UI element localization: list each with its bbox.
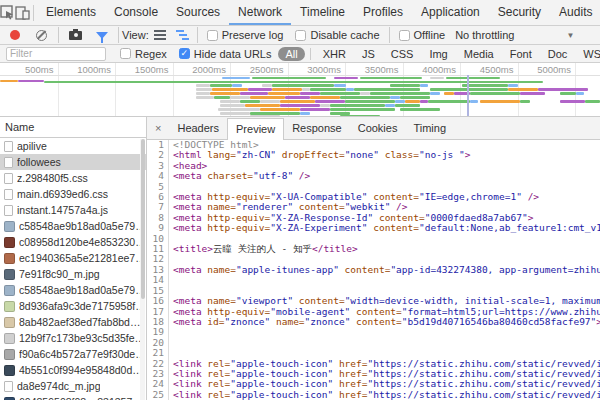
checkbox-label: Disable cache — [310, 29, 379, 41]
preview-code-view[interactable]: 1<!DOCTYPE html>2<html lang="zh-CN" drop… — [147, 140, 600, 400]
request-row[interactable]: c58548ae9b18ad0a5e79fe4e... — [0, 282, 146, 298]
waterfall-bar — [220, 112, 250, 115]
tab-sources[interactable]: Sources — [167, 0, 229, 25]
filter-funnel-icon[interactable] — [96, 32, 108, 39]
tab-application[interactable]: Application — [412, 0, 489, 25]
record-icon[interactable] — [10, 30, 20, 40]
network-main: Name apilivefolloweesz.298480f5.cssmain.… — [0, 117, 600, 400]
waterfall-bar — [196, 88, 212, 91]
filter-type-all[interactable]: All — [278, 47, 304, 61]
waterfall-bar — [345, 100, 395, 103]
filter-type-xhr[interactable]: XHR — [316, 47, 353, 61]
tab-network[interactable]: Network — [229, 0, 291, 25]
waterfall-bar — [370, 92, 430, 95]
filter-type-doc[interactable]: Doc — [541, 47, 575, 61]
inspect-element-icon[interactable] — [0, 3, 15, 23]
device-toolbar-icon[interactable] — [15, 3, 30, 23]
checkbox-box[interactable]: ✓ — [179, 48, 190, 59]
throttling-select[interactable]: No throttling ▼ — [455, 29, 574, 41]
waterfall-bar — [520, 100, 530, 103]
waterfall-bar — [210, 84, 232, 87]
name-column-header[interactable]: Name — [0, 117, 146, 138]
separator — [33, 5, 34, 21]
checkbox-box[interactable] — [120, 48, 131, 59]
regex-checkbox[interactable]: Regex — [120, 48, 167, 60]
waterfall-view-icon[interactable] — [176, 30, 189, 40]
filter-type-ws[interactable]: WS — [576, 47, 600, 61]
waterfall-bar — [250, 115, 280, 117]
checkbox-box[interactable] — [207, 30, 218, 41]
waterfall-bar — [210, 92, 240, 95]
request-row[interactable]: f90a6c4b572a77e9f30de153... — [0, 346, 146, 362]
request-row[interactable]: apilive — [0, 138, 146, 154]
hide-data-urls-checkbox[interactable]: ✓Hide data URLs — [179, 48, 272, 60]
request-row[interactable]: z.298480f5.css — [0, 170, 146, 186]
sidebar-scrollbar[interactable] — [140, 139, 145, 400]
request-row[interactable]: 7e91f8c90_m.jpg — [0, 266, 146, 282]
view-label: View: — [122, 29, 149, 41]
network-overview[interactable]: 500ms1000ms1500ms2000ms2500ms3000ms3500m… — [0, 63, 600, 117]
waterfall-bar — [280, 100, 315, 103]
request-row[interactable]: instant.14757a4a.js — [0, 202, 146, 218]
request-row[interactable]: 8ab482aef38ed7fab8bd4314... — [0, 314, 146, 330]
request-row[interactable]: 4b551c0f994e95848d0dda09... — [0, 362, 146, 378]
tick-label: 4000ms — [403, 64, 457, 75]
preserve-log-checkbox[interactable]: Preserve log — [207, 29, 284, 41]
filter-type-media[interactable]: Media — [457, 47, 501, 61]
code-line: 14 — [147, 275, 600, 285]
scrollbar-thumb[interactable] — [141, 139, 145, 299]
disable-cache-checkbox[interactable]: Disable cache — [295, 29, 379, 41]
clear-icon[interactable] — [36, 30, 47, 41]
waterfall-bar — [222, 77, 250, 79]
image-file-icon — [4, 285, 15, 296]
image-file-icon — [4, 317, 15, 328]
close-icon[interactable]: × — [147, 122, 169, 134]
tab-audits[interactable]: Audits — [550, 0, 600, 25]
waterfall-bar — [430, 88, 508, 91]
code-text: <title>云瞳 关注的人 - 知乎</title> — [169, 244, 358, 254]
detail-tab-timing[interactable]: Timing — [405, 118, 454, 139]
tab-console[interactable]: Console — [105, 0, 167, 25]
request-row[interactable]: c58548ae9b18ad0a5e79fe4e... — [0, 218, 146, 234]
waterfall-bar — [310, 96, 340, 99]
detail-tab-preview[interactable]: Preview — [227, 118, 284, 140]
request-row[interactable]: main.d6939ed6.css — [0, 186, 146, 202]
waterfall-bar — [360, 92, 370, 95]
image-file-icon — [4, 365, 15, 376]
list-view-icon[interactable] — [154, 30, 166, 40]
request-row[interactable]: 8d936afa9c3de7175958fae5... — [0, 298, 146, 314]
waterfall-bar — [220, 104, 245, 107]
request-row[interactable]: da8e974dc_m.jpg — [0, 378, 146, 394]
tab-profiles[interactable]: Profiles — [354, 0, 412, 25]
screenshot-camera-icon[interactable] — [69, 31, 82, 40]
request-row[interactable]: 604859508f08ec8313573f0e7... — [0, 394, 146, 400]
filter-type-js[interactable]: JS — [355, 47, 382, 61]
image-file-icon — [4, 397, 15, 400]
waterfall-bar — [346, 88, 354, 91]
tab-elements[interactable]: Elements — [37, 0, 105, 25]
tick-label: 4500ms — [460, 64, 514, 75]
waterfall-bar — [560, 100, 585, 103]
waterfall-bar — [340, 115, 380, 117]
waterfall-bar — [385, 104, 395, 107]
request-row[interactable]: c08958d120be4e853230649... — [0, 234, 146, 250]
code-line: 9<meta http-equiv="X-ZA-Experiment" cont… — [147, 223, 600, 233]
checkbox-box[interactable] — [399, 30, 410, 41]
request-row[interactable]: ec1940365a5e21281ee71856... — [0, 250, 146, 266]
filter-input[interactable] — [6, 47, 106, 61]
filter-type-css[interactable]: CSS — [384, 47, 421, 61]
tab-security[interactable]: Security — [489, 0, 550, 25]
offline-checkbox[interactable]: Offline — [399, 29, 446, 41]
waterfall-bar — [260, 100, 280, 103]
tab-timeline[interactable]: Timeline — [291, 0, 354, 25]
checkbox-box[interactable] — [295, 30, 306, 41]
detail-tab-response[interactable]: Response — [284, 118, 350, 139]
filter-type-font[interactable]: Font — [503, 47, 539, 61]
waterfall-bar — [218, 108, 260, 111]
document-file-icon — [4, 173, 13, 184]
detail-tab-cookies[interactable]: Cookies — [350, 118, 406, 139]
request-row[interactable]: followees — [0, 154, 146, 170]
filter-type-img[interactable]: Img — [422, 47, 454, 61]
request-row[interactable]: 12b9f7c173be93c5d35fea2d... — [0, 330, 146, 346]
detail-tab-headers[interactable]: Headers — [169, 118, 227, 139]
